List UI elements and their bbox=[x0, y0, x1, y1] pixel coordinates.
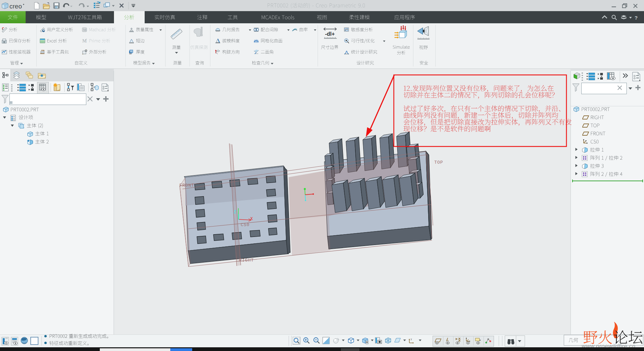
svg-text:y: y bbox=[411, 338, 412, 341]
